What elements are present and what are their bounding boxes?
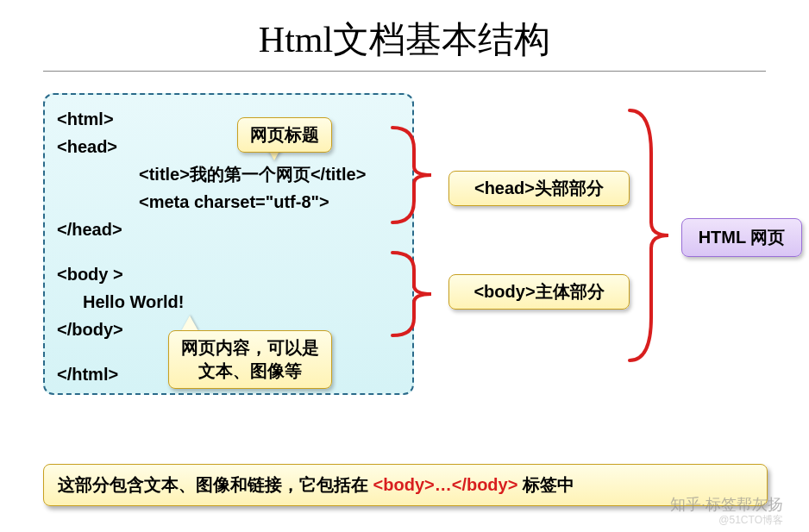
code-line: <title>我的第一个网页</title> <box>139 160 400 188</box>
callout-title: 网页标题 <box>237 117 332 153</box>
label-html-page: HTML 网页 <box>681 218 802 257</box>
brace-page-icon <box>621 102 681 369</box>
callout-content: 网页内容，可以是 文本、图像等 <box>168 330 332 389</box>
title-underline <box>43 71 766 72</box>
callout-text: 网页内容，可以是 <box>181 336 319 360</box>
code-line: </head> <box>57 216 400 243</box>
note-text: 标签中 <box>517 475 574 494</box>
note-text: 这部分包含文本、图像和链接，它包括在 <box>58 475 373 494</box>
diagram-area: <html> <head> <title>我的第一个网页</title> <me… <box>43 93 766 412</box>
page-title: Html文档基本结构 <box>0 0 809 71</box>
watermark-text: @51CTO博客 <box>718 513 783 528</box>
callout-tail-icon <box>181 316 198 331</box>
code-line: <head> <box>57 133 400 160</box>
code-line: <html> <box>57 105 400 133</box>
code-line: Hello World! <box>83 288 400 316</box>
label-head-section: <head>头部部分 <box>448 171 630 206</box>
label-body-section: <body>主体部分 <box>448 274 630 310</box>
watermark-text: 知乎·标签帮灰扬 <box>670 494 783 515</box>
callout-text: 文本、图像等 <box>181 360 319 383</box>
bottom-note: 这部分包含文本、图像和链接，它包括在 <body>…</body> 标签中 <box>43 464 768 506</box>
code-line: <meta charset="utf-8"> <box>139 188 400 216</box>
code-line: <body > <box>57 260 400 288</box>
note-tag: <body>…</body> <box>373 475 518 494</box>
